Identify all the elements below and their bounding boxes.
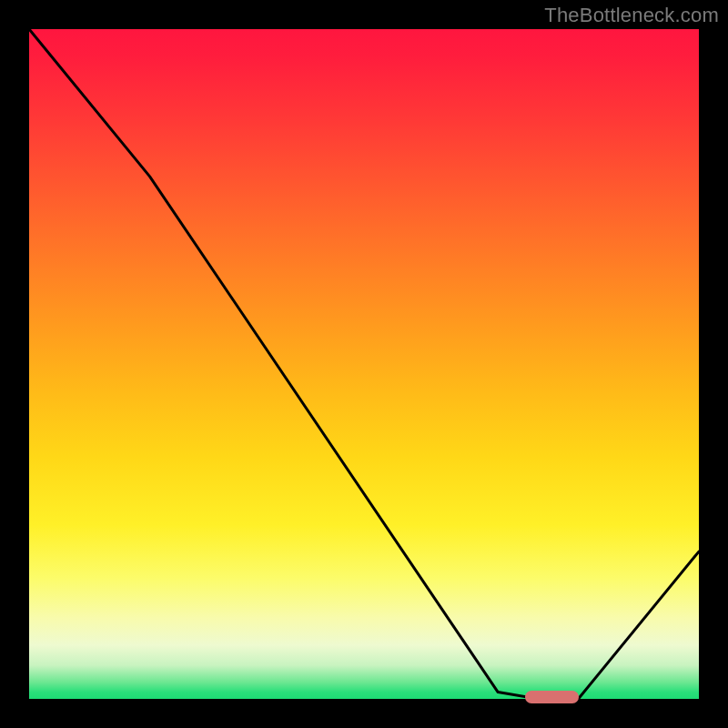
curve-layer <box>0 0 728 728</box>
bottleneck-curve <box>29 29 699 699</box>
chart-frame: TheBottleneck.com <box>0 0 728 728</box>
optimal-marker <box>525 691 579 703</box>
